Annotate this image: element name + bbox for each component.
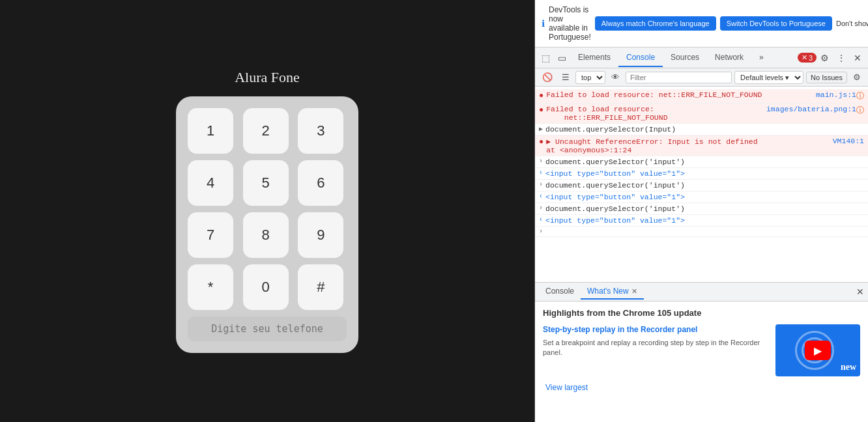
console-row: › document.querySelector('input') — [535, 156, 868, 168]
console-text: ▶ Uncaught ReferenceError: Input is not … — [546, 137, 830, 146]
devtools-notification: ℹ DevTools is now available in Portugues… — [535, 0, 868, 48]
error-icon: ● — [539, 106, 543, 115]
console-link[interactable]: VM140:1 — [833, 137, 864, 145]
expand-arrow[interactable]: › — [539, 204, 543, 212]
console-text: document.querySelector(Input) — [545, 125, 864, 134]
expand-arrow[interactable]: › — [539, 228, 543, 235]
keypad-grid: 123456789*0# — [188, 108, 347, 310]
expand-arrow[interactable]: ‹ — [539, 216, 543, 223]
keypad-button-#[interactable]: # — [298, 264, 343, 310]
new-badge: new — [841, 362, 856, 373]
tab-whats-new[interactable]: What's New ✕ — [581, 284, 644, 300]
console-toolbar: 🚫 ☰ top 👁 Default levels ▾ No Issues ⚙ — [535, 68, 868, 87]
console-text: <input type="button" value="1"> — [545, 216, 864, 225]
console-row: ● ▶ Uncaught ReferenceError: Input is no… — [535, 135, 868, 156]
console-text: document.querySelector('input') — [545, 158, 864, 166]
default-levels-select[interactable]: Default levels ▾ — [734, 71, 803, 84]
bottom-panel-close-icon[interactable]: ✕ — [856, 287, 864, 297]
whats-new-heading: Highlights from the Chrome 105 update — [543, 308, 860, 318]
devtools-close-icon[interactable]: ✕ — [850, 50, 865, 66]
expand-arrow[interactable]: ▶ — [539, 125, 543, 133]
tab-console-bottom[interactable]: Console — [539, 284, 581, 300]
error-icon: ● — [539, 137, 543, 147]
orange-warning-icon: ⓘ — [856, 91, 864, 102]
keypad-button-0[interactable]: 0 — [243, 264, 289, 310]
keypad-button-8[interactable]: 8 — [243, 212, 289, 258]
console-row: › — [535, 227, 868, 237]
btn-always-match[interactable]: Always match Chrome's language — [595, 16, 716, 31]
feature-card-image: ▶ new — [775, 324, 860, 376]
console-text: <input type="button" value="1"> — [545, 193, 864, 201]
console-link[interactable]: images/bateria.png:1 — [766, 105, 856, 113]
bottom-tabs: Console What's New ✕ ✕ — [535, 282, 868, 302]
app-area: Alura Fone 123456789*0# — [0, 0, 534, 422]
devtools-area: ℹ DevTools is now available in Portugues… — [534, 0, 868, 422]
feature-card-desc: Set a breakpoint and replay a recording … — [543, 338, 769, 358]
keypad-button-6[interactable]: 6 — [298, 160, 343, 206]
tab-network[interactable]: Network — [707, 49, 751, 67]
gear-icon[interactable]: ⚙ — [817, 50, 833, 66]
keypad-button-5[interactable]: 5 — [243, 160, 289, 206]
view-largest-link[interactable]: View largest — [545, 383, 588, 392]
console-text: <input type="button" value="1"> — [545, 169, 864, 178]
feature-card: Step-by-step replay in the Recorder pane… — [543, 324, 860, 376]
btn-dont-show[interactable]: Don't show again — [836, 20, 868, 27]
eye-icon[interactable]: 👁 — [608, 71, 623, 83]
console-text: document.querySelector('input') — [545, 204, 864, 213]
console-row: ▶ document.querySelector(Input) — [535, 124, 868, 135]
keypad-button-3[interactable]: 3 — [298, 108, 343, 154]
tab-more[interactable]: » — [751, 49, 772, 67]
console-link[interactable]: main.js:1 — [816, 91, 856, 99]
console-subtext: at <anonymous>:1:24 — [546, 146, 830, 154]
error-count: 3 — [809, 54, 813, 62]
console-row: ● Failed to load resource: net::ERR_FILE… — [535, 89, 868, 104]
tab-sources[interactable]: Sources — [663, 49, 707, 67]
console-clear-icon[interactable]: 🚫 — [539, 71, 556, 83]
phone-input[interactable] — [188, 316, 347, 341]
notif-text: DevTools is now available in Portuguese! — [549, 5, 591, 42]
tab-console[interactable]: Console — [618, 49, 663, 67]
btn-switch-devtools[interactable]: Switch DevTools to Portuguese — [720, 16, 832, 31]
keypad-button-*[interactable]: * — [188, 264, 233, 310]
console-text: Failed to load resource: net::ERR_FILE_N… — [546, 105, 764, 122]
expand-arrow[interactable]: ‹ — [539, 169, 543, 176]
error-icon: ● — [539, 91, 543, 100]
keypad-button-9[interactable]: 9 — [298, 212, 343, 258]
whats-new-close-icon[interactable]: ✕ — [631, 287, 637, 296]
console-row: ● Failed to load resource: net::ERR_FILE… — [535, 104, 868, 124]
filter-input[interactable] — [626, 72, 732, 83]
keypad-button-1[interactable]: 1 — [188, 108, 233, 154]
top-context-select[interactable]: top — [575, 71, 605, 84]
phone-title: Alura Fone — [235, 69, 300, 86]
console-row: ‹ <input type="button" value="1"> — [535, 168, 868, 180]
console-settings-icon[interactable]: ⚙ — [850, 71, 864, 83]
device-toolbar-icon[interactable]: ▭ — [554, 50, 570, 66]
console-row: › document.querySelector('input') — [535, 203, 868, 215]
keypad-button-4[interactable]: 4 — [188, 160, 233, 206]
phone-container: 123456789*0# — [176, 96, 358, 353]
feature-card-text: Step-by-step replay in the Recorder pane… — [543, 324, 769, 376]
info-icon: ℹ — [542, 18, 545, 29]
keypad-button-7[interactable]: 7 — [188, 212, 233, 258]
console-output[interactable]: ● Failed to load resource: net::ERR_FILE… — [535, 87, 868, 282]
console-sidebar-icon[interactable]: ☰ — [558, 71, 573, 83]
console-row: ‹ <input type="button" value="1"> — [535, 215, 868, 227]
error-badge: ✕ 3 — [798, 53, 817, 63]
youtube-play-icon[interactable]: ▶ — [805, 341, 831, 360]
expand-arrow[interactable]: › — [539, 158, 543, 165]
feature-card-title[interactable]: Step-by-step replay in the Recorder pane… — [543, 324, 769, 335]
console-row: ‹ <input type="button" value="1"> — [535, 191, 868, 203]
whats-new-panel: Highlights from the Chrome 105 update St… — [535, 302, 868, 422]
error-x: ✕ — [802, 53, 807, 62]
inspect-element-icon[interactable]: ⬚ — [538, 50, 554, 66]
console-row: › document.querySelector('input') — [535, 180, 868, 191]
console-text: document.querySelector('input') — [545, 181, 864, 190]
keypad-button-2[interactable]: 2 — [243, 108, 289, 154]
devtools-toolbar: ⬚ ▭ Elements Console Sources Network » ✕… — [535, 48, 868, 68]
tab-elements[interactable]: Elements — [570, 49, 618, 67]
devtools-more-icon[interactable]: ⋮ — [833, 50, 850, 66]
console-text: Failed to load resource: net::ERR_FILE_N… — [546, 91, 813, 99]
no-issues-button[interactable]: No Issues — [806, 72, 847, 83]
expand-arrow[interactable]: › — [539, 181, 543, 188]
expand-arrow[interactable]: ‹ — [539, 193, 543, 200]
